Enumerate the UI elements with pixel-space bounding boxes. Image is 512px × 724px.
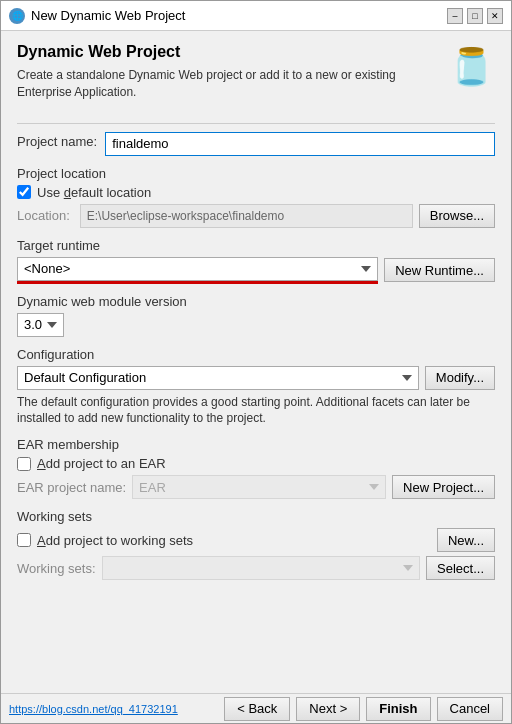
configuration-description: The default configuration provides a goo… — [17, 394, 495, 428]
project-name-label: Project name: — [17, 134, 97, 149]
dynamic-web-module-title: Dynamic web module version — [17, 294, 495, 309]
working-sets-row: Working sets: Select... — [17, 556, 495, 580]
project-location-section: Project location Use default location Lo… — [17, 166, 495, 228]
working-sets-dropdown — [102, 556, 421, 580]
dynamic-web-module-section: Dynamic web module version 3.0 2.5 2.4 2… — [17, 294, 495, 337]
target-runtime-section: Target runtime <None> New Runtime... — [17, 238, 495, 284]
browse-button[interactable]: Browse... — [419, 204, 495, 228]
content-area: Dynamic Web Project Create a standalone … — [1, 31, 511, 693]
wizard-icon: 🫙 — [447, 43, 495, 91]
add-to-working-sets-label: Add project to working sets — [37, 533, 193, 548]
ear-project-dropdown: EAR — [132, 475, 386, 499]
use-default-location-label: Use default location — [37, 185, 151, 200]
use-default-location-checkbox[interactable] — [17, 185, 31, 199]
target-runtime-dropdown-wrapper: <None> — [17, 257, 378, 284]
add-to-ear-row: Add project to an EAR — [17, 456, 495, 471]
ear-project-name-label: EAR project name: — [17, 480, 126, 495]
finish-button[interactable]: Finish — [366, 697, 430, 721]
window: 🌐 New Dynamic Web Project – □ ✕ Dynamic … — [0, 0, 512, 724]
ear-membership-title: EAR membership — [17, 437, 495, 452]
add-to-working-sets-row: Add project to working sets — [17, 533, 193, 548]
modify-button[interactable]: Modify... — [425, 366, 495, 390]
configuration-section: Configuration Default Configuration Modi… — [17, 347, 495, 428]
add-to-ear-checkbox[interactable] — [17, 457, 31, 471]
header-divider — [17, 123, 495, 124]
maximize-button[interactable]: □ — [467, 8, 483, 24]
configuration-row: Default Configuration Modify... — [17, 366, 495, 390]
title-bar: 🌐 New Dynamic Web Project – □ ✕ — [1, 1, 511, 31]
bottom-link[interactable]: https://blog.csdn.net/qq_41732191 — [9, 703, 178, 715]
location-row: Location: Browse... — [17, 204, 495, 228]
add-to-ear-label: Add project to an EAR — [37, 456, 166, 471]
back-button[interactable]: < Back — [224, 697, 290, 721]
minimize-button[interactable]: – — [447, 8, 463, 24]
ear-membership-section: EAR membership Add project to an EAR EAR… — [17, 437, 495, 499]
location-input[interactable] — [80, 204, 413, 228]
window-icon: 🌐 — [9, 8, 25, 24]
new-runtime-button[interactable]: New Runtime... — [384, 258, 495, 282]
new-working-set-button[interactable]: New... — [437, 528, 495, 552]
next-button[interactable]: Next > — [296, 697, 360, 721]
target-runtime-title: Target runtime — [17, 238, 495, 253]
use-default-location-row: Use default location — [17, 185, 495, 200]
cancel-button[interactable]: Cancel — [437, 697, 503, 721]
runtime-row: <None> New Runtime... — [17, 257, 495, 284]
bottom-buttons: < Back Next > Finish Cancel — [224, 697, 503, 721]
add-to-working-sets-checkbox[interactable] — [17, 533, 31, 547]
project-name-section: Project name: — [17, 132, 495, 156]
bottom-bar: https://blog.csdn.net/qq_41732191 < Back… — [1, 693, 511, 723]
working-sets-label: Working sets: — [17, 561, 96, 576]
window-title: New Dynamic Web Project — [31, 8, 185, 23]
page-title: Dynamic Web Project — [17, 43, 495, 61]
project-location-title: Project location — [17, 166, 495, 181]
working-sets-title: Working sets — [17, 509, 495, 524]
target-runtime-dropdown[interactable]: <None> — [17, 257, 378, 281]
configuration-dropdown[interactable]: Default Configuration — [17, 366, 419, 390]
close-button[interactable]: ✕ — [487, 8, 503, 24]
dynamic-web-module-dropdown[interactable]: 3.0 2.5 2.4 2.3 — [17, 313, 64, 337]
working-sets-section: Working sets Add project to working sets… — [17, 509, 495, 580]
title-bar-left: 🌐 New Dynamic Web Project — [9, 8, 185, 24]
configuration-title: Configuration — [17, 347, 495, 362]
new-project-button[interactable]: New Project... — [392, 475, 495, 499]
header-area: Dynamic Web Project Create a standalone … — [17, 43, 495, 115]
title-bar-controls: – □ ✕ — [447, 8, 503, 24]
ear-name-row: EAR project name: EAR New Project... — [17, 475, 495, 499]
select-button[interactable]: Select... — [426, 556, 495, 580]
project-name-input[interactable] — [105, 132, 495, 156]
page-description: Create a standalone Dynamic Web project … — [17, 67, 495, 101]
location-label: Location: — [17, 208, 70, 223]
